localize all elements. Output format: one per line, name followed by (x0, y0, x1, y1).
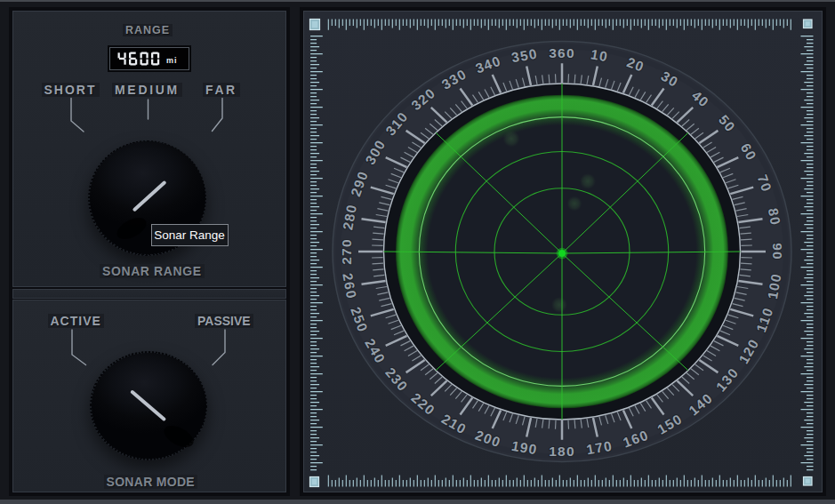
svg-text:270: 270 (339, 238, 354, 264)
svg-text:180: 180 (549, 444, 574, 459)
svg-text:360: 360 (549, 45, 574, 60)
svg-text:80: 80 (766, 207, 783, 227)
svg-text:90: 90 (770, 243, 785, 260)
svg-text:10: 10 (590, 46, 609, 64)
